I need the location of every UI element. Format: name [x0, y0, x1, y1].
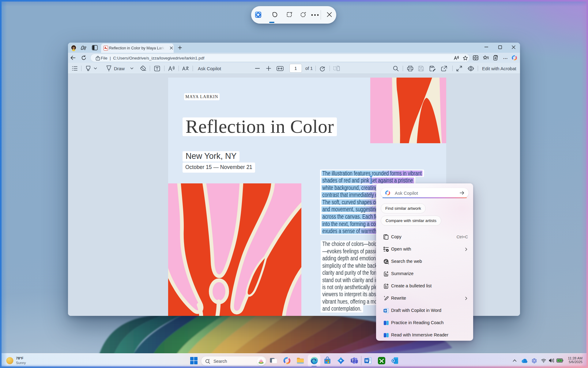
svg-text:W: W — [384, 309, 387, 312]
svg-text:W: W — [365, 359, 368, 362]
